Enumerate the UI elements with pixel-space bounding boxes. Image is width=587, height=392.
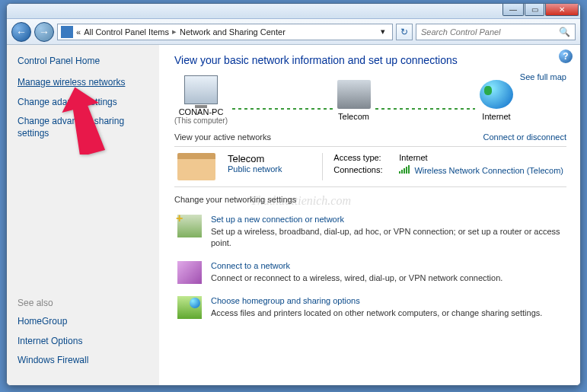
node-label: Internet	[480, 112, 513, 121]
network-details: Access type: Internet Connections: Wirel…	[322, 153, 563, 180]
crumb-prefix: «	[76, 27, 81, 37]
sidebar: Control Panel Home Manage wireless netwo…	[7, 45, 159, 385]
change-settings-header: Change your networking settings	[174, 195, 566, 204]
connections-label: Connections:	[333, 165, 391, 175]
sidebar-link-sharing[interactable]: Change advanced sharing settings	[18, 116, 152, 139]
node-label: CONAN-PC	[174, 107, 228, 116]
help-icon[interactable]: ?	[559, 49, 573, 63]
address-bar[interactable]: « All Control Panel Items ▸ Network and …	[57, 24, 393, 40]
close-button[interactable]: ✕	[545, 4, 579, 16]
access-type-label: Access type:	[333, 153, 391, 162]
navbar: ← → « All Control Panel Items ▸ Network …	[7, 19, 580, 45]
signal-icon	[399, 165, 410, 174]
map-node-computer[interactable]: CONAN-PC (This computer)	[174, 75, 228, 125]
router-icon	[337, 80, 371, 109]
active-network: Telecom Public network Access type: Inte…	[174, 147, 566, 186]
sidebar-link-adapter[interactable]: Change adapter settings	[18, 97, 152, 109]
setting-title[interactable]: Set up a new connection or network	[211, 215, 563, 224]
back-button[interactable]: ←	[11, 22, 31, 42]
seealso-internet-options[interactable]: Internet Options	[18, 336, 88, 348]
see-full-map-link[interactable]: See full map	[520, 72, 566, 81]
network-map: See full map CONAN-PC (This computer) Te…	[174, 75, 566, 125]
divider	[174, 186, 566, 187]
homegroup-icon	[177, 296, 202, 319]
search-icon: 🔍	[559, 27, 570, 37]
connection-link[interactable]: Wireless Network Connection (Telecom)	[399, 165, 563, 175]
maximize-button[interactable]: ▭	[525, 4, 544, 16]
window: — ▭ ✕ ← → « All Control Panel Items ▸ Ne…	[6, 3, 581, 386]
setting-connect-network[interactable]: Connect to a network Connect or reconnec…	[174, 255, 566, 290]
map-node-router[interactable]: Telecom	[337, 80, 371, 121]
setting-new-connection[interactable]: Set up a new connection or network Set u…	[174, 209, 566, 255]
search-box[interactable]: 🔍	[416, 24, 576, 40]
globe-icon	[480, 80, 513, 109]
see-also: See also HomeGroup Internet Options Wind…	[18, 298, 88, 374]
map-node-internet[interactable]: Internet	[480, 80, 513, 121]
sidebar-link-manage-wireless[interactable]: Manage wireless networks	[18, 77, 152, 89]
setting-title[interactable]: Connect to a network	[211, 261, 502, 270]
setting-title[interactable]: Choose homegroup and sharing options	[211, 296, 542, 305]
setting-desc: Set up a wireless, broadband, dial-up, a…	[211, 226, 563, 249]
titlebar: — ▭ ✕	[7, 4, 580, 19]
minimize-button[interactable]: —	[502, 4, 524, 16]
map-connector	[232, 108, 333, 110]
section-title: View your active networks	[174, 132, 271, 142]
address-dropdown[interactable]: ▾	[377, 27, 389, 37]
forward-button[interactable]: →	[34, 22, 54, 42]
access-type-value: Internet	[399, 153, 427, 162]
breadcrumb-item[interactable]: All Control Panel Items	[84, 27, 169, 37]
seealso-firewall[interactable]: Windows Firewall	[18, 355, 88, 367]
refresh-button[interactable]: ↻	[396, 24, 413, 40]
control-panel-home[interactable]: Control Panel Home	[18, 56, 152, 66]
map-connector	[375, 108, 476, 110]
active-networks-header: View your active networks Connect or dis…	[174, 132, 566, 142]
connect-disconnect-link[interactable]: Connect or disconnect	[483, 132, 566, 142]
page-title: View your basic network information and …	[174, 54, 566, 66]
setting-homegroup[interactable]: Choose homegroup and sharing options Acc…	[174, 290, 566, 325]
setting-desc: Connect or reconnect to a wireless, wire…	[211, 272, 502, 284]
chevron-right-icon: ▸	[172, 27, 177, 37]
content: ? View your basic network information an…	[159, 45, 580, 385]
seealso-homegroup[interactable]: HomeGroup	[18, 316, 88, 328]
node-label: Telecom	[337, 112, 371, 121]
network-name: Telecom	[228, 153, 282, 164]
connect-icon	[177, 261, 202, 284]
network-type-link[interactable]: Public network	[228, 164, 282, 174]
setting-desc: Access files and printers located on oth…	[211, 308, 542, 319]
new-connection-icon	[177, 215, 202, 237]
breadcrumb-item[interactable]: Network and Sharing Center	[180, 27, 286, 37]
control-panel-icon	[61, 26, 73, 38]
settings-list: Set up a new connection or network Set u…	[174, 209, 566, 325]
see-also-header: See also	[18, 298, 88, 308]
computer-icon	[184, 75, 218, 104]
search-input[interactable]	[421, 27, 559, 37]
node-sublabel: (This computer)	[174, 116, 228, 125]
connection-name: Wireless Network Connection (Telecom)	[414, 166, 563, 175]
bench-icon	[177, 153, 215, 180]
section-title: Change your networking settings	[174, 195, 296, 204]
